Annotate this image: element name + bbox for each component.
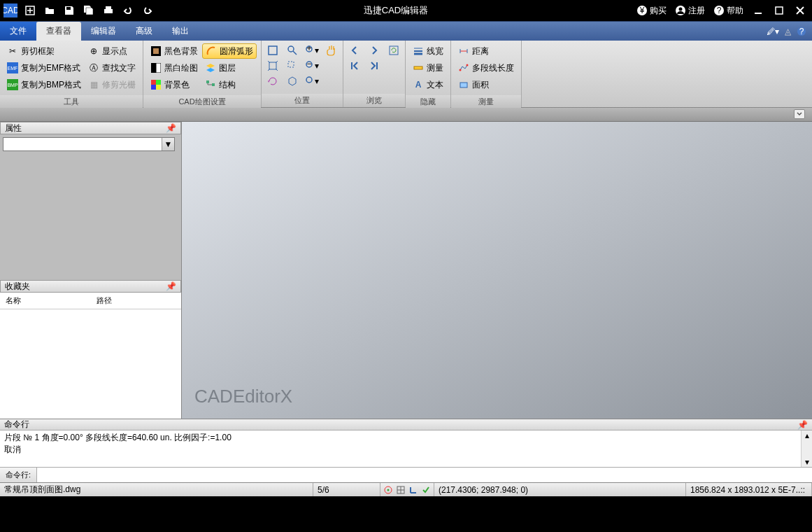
command-input-label: 命令行: [0,468,37,482]
pin-icon[interactable]: 📌 [166,123,176,133]
properties-panel-header[interactable]: 属性 📌 [0,122,181,134]
tab-editor[interactable]: 编辑器 [81,22,126,41]
show-points-button[interactable]: ⊕显示点 [85,43,138,59]
buy-link[interactable]: ¥购买 [636,5,667,17]
bg-color-button[interactable]: 背景色 [148,77,201,92]
status-filename: 常规吊顶剖面图.dwg [0,483,313,496]
check-icon[interactable] [421,485,431,495]
zoom-out-icon[interactable]: −▾ [305,59,319,73]
first-icon[interactable] [348,59,362,73]
svg-rect-37 [269,62,276,69]
rotate-icon[interactable] [266,74,280,88]
expand-icon[interactable] [794,109,805,119]
undo-icon[interactable] [120,3,136,18]
zoom-scale-icon[interactable]: ▾ [305,74,319,88]
smooth-arc-button[interactable]: 圆滑弧形 [202,43,257,59]
area-button[interactable]: 面积 [455,77,517,92]
copy-emf-button[interactable]: EMF复制为EMF格式 [4,60,84,76]
maximize-icon[interactable] [773,4,785,17]
minimize-icon[interactable] [752,4,764,17]
fav-col-path[interactable]: 路径 [91,293,182,309]
pin-icon[interactable]: 📌 [797,420,808,430]
pin-tab-icon[interactable]: ◬ [785,27,791,36]
favorites-panel-header[interactable]: 收藏夹 📌 [0,280,181,293]
grid-toggle-icon[interactable] [396,485,406,495]
scrollbar[interactable]: ▴▾ [801,430,812,467]
svg-rect-38 [288,62,294,67]
linewidth-icon [413,46,424,57]
svg-rect-28 [206,80,209,83]
saveall-icon[interactable] [81,3,97,18]
tab-output[interactable]: 输出 [162,22,199,41]
help-tab-icon[interactable]: ? [797,27,806,36]
tab-advanced[interactable]: 高级 [126,22,162,41]
scissors-icon: ✂ [7,46,18,57]
find-text-button[interactable]: Ⓐ查找文字 [85,60,138,76]
app-icon[interactable]: CAD [3,3,18,18]
distance-icon [458,46,469,57]
zoom-selection-icon[interactable] [285,59,299,73]
polyline-length-button[interactable]: 多段线长度 [455,60,517,76]
fix-raster-button: ▦修剪光栅 [85,77,138,92]
next-icon[interactable] [367,43,381,57]
print-icon[interactable] [101,3,116,18]
status-dims: 1856.824 x 1893.012 x 5E-7..:: [686,483,812,496]
new-icon[interactable] [22,3,38,18]
zoom-window-icon[interactable] [285,43,299,57]
properties-combo[interactable]: ▼ [3,137,175,151]
svg-point-53 [466,64,469,66]
watermark: CADEditorX [194,386,292,407]
chevron-down-icon[interactable]: ▼ [162,138,174,150]
distance-button[interactable]: 距离 [455,43,517,59]
prev-icon[interactable] [348,43,362,57]
hide-text-button[interactable]: A文本 [410,77,446,92]
tab-viewer[interactable]: 查看器 [36,22,81,41]
extents-icon[interactable] [266,59,280,73]
command-header-label: 命令行 [4,419,29,430]
save-icon[interactable] [62,3,77,18]
svg-text:−: − [307,60,312,69]
bw-icon [150,62,162,74]
fit-icon[interactable] [266,43,280,57]
ribbon: ✂剪切框架 EMF复制为EMF格式 BMP复制为BMP格式 ⊕显示点 Ⓐ查找文字… [0,41,812,108]
svg-text:?: ? [717,6,722,15]
tab-file[interactable]: 文件 [0,22,36,41]
redo-icon[interactable] [140,3,155,18]
svg-rect-27 [156,85,161,90]
bw-draw-button[interactable]: 黑白绘图 [148,60,201,76]
group-position-label: 位置 [262,94,343,107]
help-link[interactable]: ?帮助 [713,5,743,17]
pan-icon[interactable] [325,43,339,57]
last-icon[interactable] [367,59,381,73]
open-icon[interactable] [42,3,57,18]
canvas[interactable]: CADEditorX [182,122,812,419]
snap-icon[interactable] [383,485,393,495]
svg-line-34 [293,51,297,55]
black-bg-button[interactable]: 黑色背景 [148,43,201,59]
clip-frame-button[interactable]: ✂剪切框架 [4,43,84,59]
layers-button[interactable]: 图层 [202,60,257,76]
zoom-in-icon[interactable]: +▾ [305,43,319,57]
command-input[interactable] [37,468,812,482]
pin-icon[interactable]: 📌 [166,281,176,291]
structure-button[interactable]: 结构 [202,77,257,92]
svg-text:?: ? [799,27,804,36]
target-icon: ⊕ [88,46,99,57]
copy-bmp-button[interactable]: BMP复制为BMP格式 [4,77,84,92]
svg-point-56 [387,489,390,491]
linewidth-button[interactable]: 线宽 [410,43,446,59]
find-icon: Ⓐ [88,62,99,74]
register-link[interactable]: 注册 [675,5,705,17]
svg-rect-15 [776,7,783,14]
view3d-icon[interactable] [285,74,299,88]
fav-col-name[interactable]: 名称 [0,293,91,309]
hide-measure-button[interactable]: 测量 [410,60,446,76]
svg-text:¥: ¥ [639,6,645,15]
app-title: 迅捷CAD编辑器 [155,4,636,17]
close-icon[interactable] [794,4,806,17]
style-icon[interactable]: 🖉▾ [767,27,779,36]
refresh-icon[interactable] [387,43,401,57]
svg-point-11 [679,8,683,11]
svg-rect-42 [390,46,398,55]
ortho-icon[interactable] [408,485,418,495]
